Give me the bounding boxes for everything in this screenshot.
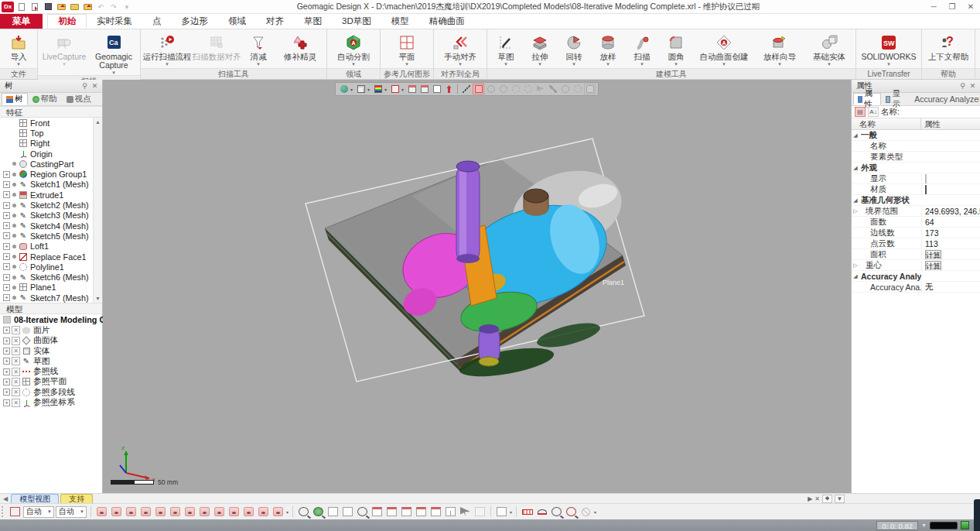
show-ref-points-toggle[interactable] xyxy=(198,505,211,518)
view-right-button[interactable] xyxy=(385,505,398,518)
tree-item-castingpart[interactable]: +CastingPart xyxy=(0,159,93,169)
expand-icon[interactable]: + xyxy=(3,327,10,334)
previous-view-button[interactable] xyxy=(473,505,487,518)
snap-mode-dropdown[interactable]: 自动▼ xyxy=(56,506,87,518)
3d-viewport[interactable]: Plane1 ▾ ▾ ▾ ▾ xyxy=(103,80,851,493)
view-list-dropdown[interactable]: ▼ xyxy=(835,495,845,503)
visibility-checkbox[interactable]: ✕ xyxy=(12,357,20,365)
redo-button[interactable]: ↷ xyxy=(108,2,119,12)
property-row-area[interactable]: 面积计算 xyxy=(852,249,980,260)
pin-icon[interactable]: ⚲ xyxy=(958,82,968,90)
expand-icon[interactable]: + xyxy=(3,389,10,396)
auto-segment-button[interactable]: A 自动分割 ▾ xyxy=(329,31,378,68)
tree-item-sketch1[interactable]: +✎Sketch1 (Mesh) xyxy=(0,180,93,190)
column-value[interactable]: 属性 xyxy=(921,118,980,129)
shading-mode-button[interactable] xyxy=(355,84,367,94)
tab-exact-surface[interactable]: 精确曲面 xyxy=(419,14,475,29)
decimate-button[interactable]: 消减 ▾ xyxy=(241,31,275,68)
tab-points[interactable]: 点 xyxy=(142,14,172,29)
property-row-face-count[interactable]: 面数64 xyxy=(852,217,980,228)
tree-item-loft1[interactable]: +Loft1 xyxy=(0,242,93,252)
add-view-button[interactable]: ⬥ xyxy=(822,495,832,503)
calculate-centroid-button[interactable]: 计算 xyxy=(925,261,941,270)
tree-item-polyline1[interactable]: +Polyline1 xyxy=(0,262,93,272)
loft-wizard-button[interactable]: 放样向导 ▾ xyxy=(755,31,804,68)
tree-item-sketch3[interactable]: +✎Sketch3 (Mesh) xyxy=(0,211,93,221)
view-normal-button[interactable] xyxy=(444,505,457,518)
undo-button[interactable]: ↶ xyxy=(95,2,106,12)
tab-accuracy-analyzer[interactable]: Accuracy Analyzer(... xyxy=(908,93,980,105)
categorize-button[interactable]: ▤ xyxy=(855,107,866,117)
save-button[interactable] xyxy=(43,2,53,12)
run-scan-process-button[interactable]: 运行扫描流程 ▾ xyxy=(142,31,192,68)
measure-mesh-deviation-button[interactable] xyxy=(579,505,592,518)
show-mesh-toggle[interactable] xyxy=(110,505,123,518)
zoom-fit-button[interactable] xyxy=(297,505,310,518)
section-accuracy-analyzer[interactable]: ◢Accuracy Analyzer(TM) xyxy=(852,271,980,282)
show-sketches-toggle[interactable] xyxy=(169,505,182,518)
tab-alignment[interactable]: 对齐 xyxy=(256,14,294,29)
context-help-button[interactable]: ? 上下文帮助 xyxy=(924,31,973,68)
measure-radius-button[interactable] xyxy=(550,505,563,518)
measure-angle-button[interactable] xyxy=(535,505,548,518)
loft-button[interactable]: 放样 ▾ xyxy=(591,31,625,68)
show-surfaces-toggle[interactable] xyxy=(154,505,167,518)
selection-mode-dropdown[interactable]: 自动▼ xyxy=(23,506,54,518)
property-row-bounding-box[interactable]: ▷境界范围249.6993, 246.52... xyxy=(852,206,980,217)
tab-display[interactable]: 显示 xyxy=(881,93,909,105)
section-general[interactable]: ◢一般 xyxy=(852,130,980,141)
toolbar-grip[interactable] xyxy=(2,506,5,517)
display-swatch[interactable] xyxy=(925,174,927,183)
import-document-button[interactable] xyxy=(29,2,40,12)
tree-item-sketch2[interactable]: +✎Sketch2 (Mesh) xyxy=(0,200,93,210)
expand-icon[interactable]: + xyxy=(3,399,10,406)
expand-icon[interactable]: + xyxy=(3,253,10,260)
feature-section-header[interactable]: 特征 xyxy=(0,106,102,118)
tab-support[interactable]: 支持 xyxy=(60,494,93,503)
model-item-mesh[interactable]: +✕面片 xyxy=(0,325,102,335)
show-all-bodies-toggle[interactable] xyxy=(95,505,108,518)
expand-icon[interactable]: + xyxy=(3,294,10,301)
property-row-centroid[interactable]: ▷重心计算 xyxy=(852,260,980,271)
geomagic-capture-button[interactable]: Ca Geomagic Capture ▾ xyxy=(89,31,138,75)
close-icon[interactable]: ✕ xyxy=(968,82,978,90)
visibility-checkbox[interactable]: ✕ xyxy=(12,337,20,345)
next-tab-icon[interactable]: ▶ xyxy=(808,495,812,502)
screen-edge-scrollbar[interactable] xyxy=(974,499,980,531)
zoom-selected-button[interactable] xyxy=(356,505,369,518)
paint-select-button[interactable] xyxy=(547,84,558,94)
minimize-button[interactable]: ─ xyxy=(924,2,943,11)
zoom-area-button[interactable] xyxy=(312,505,325,518)
view-more-dropdown[interactable]: ▾ xyxy=(510,509,512,515)
property-row-point-count[interactable]: 点云数113 xyxy=(852,238,980,249)
view-front-button[interactable] xyxy=(326,505,340,518)
show-measurements-toggle[interactable] xyxy=(271,505,285,518)
fillet-button[interactable]: 圆角 ▾ xyxy=(659,31,693,68)
tab-viewpoint[interactable]: 视点 xyxy=(62,93,96,105)
section-datum-geometry[interactable]: ◢基准几何形状 xyxy=(852,195,980,206)
close-tab-icon[interactable]: ✕ xyxy=(814,495,820,502)
scroll-left-icon[interactable]: ◀ xyxy=(3,495,8,502)
model-item-solid-body[interactable]: +✕实体 xyxy=(0,346,102,356)
tab-sketch[interactable]: 草图 xyxy=(294,14,332,29)
tree-item-top[interactable]: +Top xyxy=(0,128,93,138)
open-recent-button[interactable] xyxy=(69,2,80,12)
close-button[interactable]: ✕ xyxy=(961,2,980,11)
show-ref-lines-toggle[interactable] xyxy=(213,505,226,518)
primitive-solid-button[interactable]: 基础实体 ▾ xyxy=(804,31,854,68)
tree-item-region-group1[interactable]: +Region Group1 xyxy=(0,169,93,179)
expand-icon[interactable]: + xyxy=(3,368,10,375)
expand-icon[interactable]: + xyxy=(3,337,10,344)
expand-icon[interactable]: + xyxy=(3,274,10,281)
tree-item-plane1[interactable]: +Plane1 xyxy=(0,283,93,293)
visibility-checkbox[interactable]: ✕ xyxy=(12,388,20,396)
show-pointcloud-toggle[interactable] xyxy=(139,505,152,518)
region-display-button[interactable] xyxy=(372,84,384,94)
rectangle-select-button[interactable] xyxy=(473,84,484,94)
erase-select-button[interactable] xyxy=(559,84,571,94)
tree-item-front[interactable]: +Front xyxy=(0,118,93,128)
material-swatch[interactable] xyxy=(925,185,927,194)
column-name[interactable]: 名称 xyxy=(852,118,921,129)
status-dropdown-icon[interactable]: ▼ xyxy=(921,522,927,528)
section-view-button[interactable] xyxy=(406,84,418,94)
